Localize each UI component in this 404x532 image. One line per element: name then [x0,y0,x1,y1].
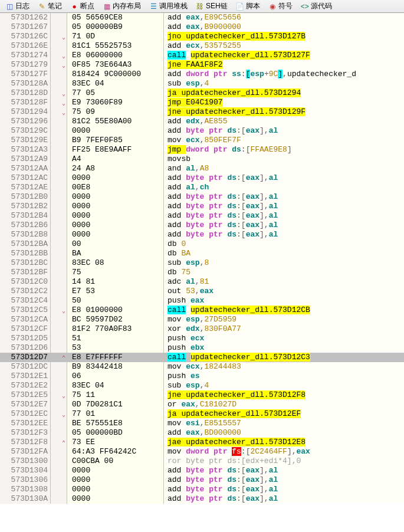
disasm-row[interactable]: 573D12C5⌄E8 01000000call updatechecker_d… [0,306,404,315]
disasm-row[interactable]: 573D12D653push ebx [0,343,404,353]
disasm-row[interactable]: 573D12E106push es [0,372,404,381]
disasm-row[interactable]: 573D12E70D 7D0281C1or eax,C181027D [0,400,404,409]
disasm-row[interactable]: 573D128F⌄E9 73060F89jmp E04C1907 [0,98,404,107]
address-cell: 573D12E7 [0,400,51,409]
instruction-cell: call updatechecker_dll.573D12CB [164,306,404,315]
disasm-row[interactable]: 573D1274⌄E8 06000000call updatechecker_d… [0,51,404,60]
jump-indicator [51,70,67,79]
disasm-row[interactable]: 573D12C450push eax [0,296,404,306]
disasm-row[interactable]: 573D12C014 81adc al,81 [0,277,404,287]
address-cell: 573D12E2 [0,381,51,390]
disasm-row[interactable]: 573D12E5⌄75 11jne updatechecker_dll.573D… [0,390,404,400]
disassembly-view[interactable]: 573D126205 56569CE8add eax,E89C5656573D1… [0,13,404,504]
disasm-row[interactable]: 573D12D551push ecx [0,334,404,343]
disasm-row[interactable]: 573D12C2E7 53out 53,eax [0,287,404,296]
bytes-cell: A4 [67,155,164,164]
tab-script[interactable]: 📄脚本 [232,0,264,13]
address-cell: 573D12A3 [0,145,51,155]
disasm-row[interactable]: 573D1279⌄0F85 73E664A3jne FAA1F8F2 [0,60,404,70]
tab-memory[interactable]: ▦内存布局 [98,0,145,13]
instruction-cell: add byte ptr ds:[eax],al [164,192,404,202]
disasm-row[interactable]: 573D12EC⌄77 01ja updatechecker_dll.573D1… [0,409,404,419]
tab-seh[interactable]: ⛓SEH链 [192,0,232,13]
disasm-row[interactable]: 573D12AA24 A8and al,A8 [0,164,404,173]
jump-indicator [51,381,67,390]
bytes-cell: 818424 9C000000 [67,70,164,79]
disasm-row[interactable]: 573D129C0000add byte ptr ds:[eax],al [0,126,404,136]
bytes-cell: 83EC 04 [67,79,164,88]
bytes-cell: 50 [67,296,164,306]
bytes-cell: 53 [67,343,164,353]
disasm-row[interactable]: 573D12FA64:A3 FF64242Cmov dword ptr fs:[… [0,447,404,457]
jump-indicator [51,211,67,221]
address-cell: 573D12AC [0,173,51,183]
disasm-row[interactable]: 573D12DCB9 83442418mov ecx,18244483 [0,362,404,372]
disasm-row[interactable]: 573D13080000add byte ptr ds:[eax],al [0,485,404,494]
bytes-cell: 83EC 04 [67,381,164,390]
jump-indicator [51,494,67,504]
disasm-row[interactable]: 573D13060000add byte ptr ds:[eax],al [0,475,404,485]
disasm-row[interactable]: 573D128A83EC 04sub esp,4 [0,79,404,88]
tab-breakpoints[interactable]: ●断点 [66,0,98,13]
bytes-cell: E8 01000000 [67,306,164,315]
disasm-row[interactable]: 573D12B20000add byte ptr ds:[eax],al [0,202,404,211]
instruction-cell: add eax,BD000000 [164,428,404,438]
disasm-row[interactable]: 573D1300C00CBA 00ror byte ptr ds:[edx+ed… [0,457,404,466]
disasm-row[interactable]: 573D12D7⌃E8 E7FFFFFFcall updatechecker_d… [0,353,404,362]
jump-indicator [51,79,67,88]
instruction-cell: ror byte ptr ds:[edx+edi*4],0 [164,457,404,466]
address-cell: 573D12B4 [0,211,51,221]
disasm-row[interactable]: 573D12B60000add byte ptr ds:[eax],al [0,221,404,230]
bytes-cell: 00 [67,239,164,249]
address-cell: 573D129E [0,136,51,145]
tab-callstack[interactable]: ☰调用堆栈 [145,0,192,13]
disasm-row[interactable]: 573D12BF75db 75 [0,268,404,277]
bytes-cell: 05 000000BD [67,428,164,438]
disasm-row[interactable]: 573D13040000add byte ptr ds:[eax],al [0,466,404,475]
address-cell: 573D126C [0,32,51,41]
disasm-row[interactable]: 573D12AC0000add byte ptr ds:[eax],al [0,173,404,183]
instruction-cell: jne updatechecker_dll.573D12F8 [164,390,404,400]
bytes-cell: E8 06000000 [67,51,164,60]
instruction-cell: and al,A8 [164,164,404,173]
disasm-row[interactable]: 573D12BC83EC 08sub esp,8 [0,258,404,268]
tab-source[interactable]: <>源代码 [297,0,336,13]
disasm-row[interactable]: 573D12BA00db 0 [0,239,404,249]
disasm-row[interactable]: 573D12B80000add byte ptr ds:[eax],al [0,230,404,239]
instruction-cell: add edx,AE855 [164,117,404,126]
disasm-row[interactable]: 573D12CF81F2 770A0F83xor edx,830F0A77 [0,324,404,334]
disasm-row[interactable]: 573D126E81C1 55525753add ecx,53575255 [0,41,404,51]
disasm-row[interactable]: 573D12B00000add byte ptr ds:[eax],al [0,192,404,202]
disasm-row[interactable]: 573D12E283EC 04sub esp,4 [0,381,404,390]
disasm-row[interactable]: 573D1294⌄75 09jne updatechecker_dll.573D… [0,107,404,117]
tab-notes[interactable]: ✎笔记 [34,0,66,13]
disasm-row[interactable]: 573D126C⌄71 0Djno updatechecker_dll.573D… [0,32,404,41]
instruction-cell: call updatechecker_dll.573D127F [164,51,404,60]
instruction-cell: add byte ptr ds:[eax],al [164,475,404,485]
bytes-cell: FF25 E8E9AAFF [67,145,164,155]
disasm-row[interactable]: 573D12A9A4movsb [0,155,404,164]
disasm-row[interactable]: 573D126705 000000B9add eax,B9000000 [0,22,404,32]
jump-indicator [51,400,67,409]
disasm-row[interactable]: 573D12F305 000000BDadd eax,BD000000 [0,428,404,438]
symbols-icon: ◉ [268,2,277,11]
disasm-row[interactable]: 573D12A3FF25 E8E9AAFFjmp dword ptr ds:[F… [0,145,404,155]
disasm-row[interactable]: 573D130A0000add byte ptr ds:[eax],al [0,494,404,504]
disasm-row[interactable]: 573D12B40000add byte ptr ds:[eax],al [0,211,404,221]
disasm-row[interactable]: 573D12AE00E8add al,ch [0,183,404,192]
disasm-row[interactable]: 573D129EB9 7FEF0F85mov ecx,850FEF7F [0,136,404,145]
disasm-row[interactable]: 573D128D⌄77 05ja updatechecker_dll.573D1… [0,88,404,98]
tab-symbols[interactable]: ◉符号 [264,0,297,13]
disasm-row[interactable]: 573D12EEBE 575551E8mov esi,E8515557 [0,419,404,428]
tab-log[interactable]: ◫日志 [1,0,34,13]
bytes-cell: 0000 [67,221,164,230]
script-icon: 📄 [236,2,244,11]
disasm-row[interactable]: 573D12CABC 59597D02mov esp,27D5959 [0,315,404,324]
disasm-row[interactable]: 573D12BBBAdb BA [0,249,404,258]
disasm-row[interactable]: 573D129681C2 55E80A00add edx,AE855 [0,117,404,126]
disasm-row[interactable]: 573D127F818424 9C000000add dword ptr ss:… [0,70,404,79]
disasm-row[interactable]: 573D126205 56569CE8add eax,E89C5656 [0,13,404,22]
instruction-cell: push ecx [164,334,404,343]
disasm-row[interactable]: 573D12F8⌃73 EEjae updatechecker_dll.573D… [0,438,404,447]
instruction-cell: or eax,C181027D [164,400,404,409]
